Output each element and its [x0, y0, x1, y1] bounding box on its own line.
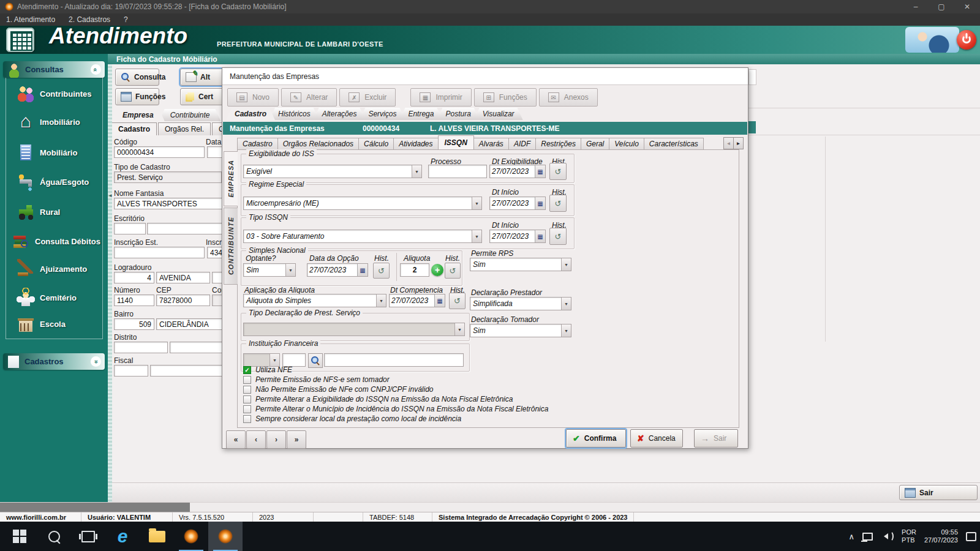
logradouro-cod-field[interactable]: 4: [114, 272, 154, 283]
sidebar-item-imobiliario[interactable]: ⌂Imobiliário: [16, 111, 80, 132]
sidebar-item-contribuintes[interactable]: Contribuintes: [16, 83, 92, 104]
distrito-cod-field[interactable]: [114, 342, 168, 353]
checkbox[interactable]: [243, 405, 251, 413]
sidebar-group-cadastros[interactable]: Cadastros «: [3, 353, 105, 370]
checkbox[interactable]: ✓: [243, 366, 251, 374]
checkbox[interactable]: [243, 386, 251, 394]
tab-scroll-left[interactable]: ◄: [723, 137, 734, 149]
permite-rps-select[interactable]: Sim▼: [470, 258, 571, 271]
checkbox[interactable]: [243, 395, 251, 403]
last-record-button[interactable]: »: [287, 430, 306, 449]
side-tab-contribuinte[interactable]: CONTRIBUINTE: [224, 208, 238, 285]
itab-cadastro[interactable]: Cadastro: [237, 138, 278, 149]
subtab-orgaos-rel[interactable]: Orgãos Rel.: [158, 122, 211, 135]
numero-field[interactable]: 1140: [114, 294, 154, 306]
aplicacao-aliquota-select[interactable]: Aliquota do Simples▼: [243, 294, 386, 307]
sair-button[interactable]: →Sair: [694, 429, 738, 448]
chevron-down-icon[interactable]: ▼: [561, 324, 571, 337]
chevron-down-icon[interactable]: ▼: [285, 264, 295, 276]
sidebar-item-mobiliario[interactable]: Mobiliário: [16, 142, 77, 163]
fiscal-cod-field[interactable]: [114, 365, 148, 377]
file-explorer-button[interactable]: [140, 522, 174, 551]
aliquota-field[interactable]: 2: [400, 263, 429, 277]
cancela-button[interactable]: ✘Cancela: [630, 429, 683, 448]
instituicao-codigo-field[interactable]: [282, 353, 306, 367]
sidebar-group-consultas[interactable]: Consultas «: [3, 61, 105, 78]
tipo-declaracao-select[interactable]: ▼: [243, 323, 465, 336]
internet-explorer-button[interactable]: e: [105, 522, 140, 551]
declaracao-tomador-select[interactable]: Sim▼: [470, 324, 571, 337]
dialog-title-bar[interactable]: Manutenção das Empresas: [222, 68, 748, 85]
funcoes-button[interactable]: Funções: [115, 88, 159, 105]
escritorio-cod-field[interactable]: [114, 223, 146, 234]
history-button[interactable]: ↺: [549, 195, 567, 212]
inscricao-est-field[interactable]: [114, 247, 205, 258]
action-center-icon[interactable]: [966, 532, 976, 541]
chevron-down-icon[interactable]: ▼: [472, 197, 481, 209]
logradouro-field[interactable]: AVENIDA: [156, 272, 210, 283]
instituicao-tipo-select[interactable]: ▼: [243, 353, 280, 367]
calendar-icon[interactable]: ▦: [535, 197, 545, 209]
history-button[interactable]: ↺: [445, 263, 461, 279]
splitter-handle[interactable]: ◄: [108, 64, 112, 502]
history-button[interactable]: ↺: [549, 163, 567, 180]
tab-postura[interactable]: Postura: [437, 108, 479, 120]
power-button[interactable]: [957, 30, 976, 50]
bairro-cod-field[interactable]: 509: [114, 318, 154, 330]
tab-cadastro[interactable]: Cadastro: [226, 108, 275, 120]
menu-atendimento[interactable]: 1. Atendimento: [6, 15, 55, 24]
imprimir-button[interactable]: ▦Imprimir: [410, 88, 471, 107]
checkbox-local-prestacao[interactable]: Sempre considerar local da prestação com…: [243, 414, 461, 423]
sair-button[interactable]: Sair: [899, 485, 978, 500]
chevron-down-icon[interactable]: ▼: [472, 230, 481, 242]
itab-issqn[interactable]: ISSQN: [438, 135, 474, 149]
history-button[interactable]: ↺: [373, 263, 390, 279]
checkbox[interactable]: [243, 415, 251, 423]
sidebar-item-cemiterio[interactable]: Cemitério: [16, 287, 77, 308]
consulta-button[interactable]: Consulta: [115, 69, 159, 86]
tab-contribuinte[interactable]: Contribuinte: [159, 109, 221, 121]
chevron-down-icon[interactable]: ▼: [561, 298, 571, 310]
side-tab-empresa[interactable]: EMPRESA: [224, 151, 238, 206]
maximize-icon[interactable]: ▢: [929, 0, 954, 13]
chevron-down-icon[interactable]: ▼: [412, 165, 421, 178]
regime-select[interactable]: Microempresário (ME)▼: [243, 197, 482, 210]
chevron-down-icon[interactable]: ▼: [561, 258, 571, 271]
checkbox[interactable]: [243, 376, 251, 384]
language-indicator[interactable]: PORPTB: [902, 528, 916, 544]
fiorilli-app-button-2[interactable]: [208, 522, 243, 551]
fiorilli-app-button-1[interactable]: [174, 522, 208, 551]
chevron-down-icon[interactable]: ▼: [376, 294, 386, 307]
calendar-icon[interactable]: ▦: [434, 294, 445, 307]
itab-veiculo[interactable]: Veículo: [609, 138, 644, 149]
collapse-arrow-icon[interactable]: ◄: [108, 193, 113, 198]
first-record-button[interactable]: «: [226, 430, 246, 449]
optante-select[interactable]: Sim▼: [243, 263, 296, 277]
itab-geral[interactable]: Geral: [581, 138, 609, 149]
chevron-down-icon[interactable]: «: [91, 356, 101, 367]
tab-historicos[interactable]: Históricos: [270, 108, 319, 120]
calendar-icon[interactable]: ▦: [535, 165, 545, 178]
tab-servicos[interactable]: Serviços: [360, 108, 405, 120]
tab-alteracoes[interactable]: Alterações: [314, 108, 366, 120]
menu-help[interactable]: ?: [124, 15, 128, 24]
funcoes-button[interactable]: ⊞Funções: [474, 88, 537, 107]
declaracao-prestador-select[interactable]: Simplificada▼: [470, 297, 571, 310]
excluir-button[interactable]: ✗Excluir: [339, 88, 396, 107]
confirma-button[interactable]: ✔Confirma: [566, 429, 626, 448]
itab-aidf[interactable]: AIDF: [508, 138, 536, 149]
menu-cadastros[interactable]: 2. Cadastros: [69, 15, 110, 24]
volume-icon[interactable]: [881, 531, 894, 542]
sidebar-item-escola[interactable]: Escola: [16, 313, 66, 334]
itab-orgaos-relacionados[interactable]: Orgãos Relacionados: [277, 138, 359, 149]
start-button[interactable]: [2, 522, 37, 551]
minimize-icon[interactable]: –: [903, 0, 929, 13]
data-opcao-field[interactable]: 27/07/2023▦: [307, 263, 368, 277]
processo-field[interactable]: [428, 165, 487, 178]
task-view-button[interactable]: [71, 522, 105, 551]
dt-inicio-field[interactable]: 27/07/2023▦: [489, 230, 546, 243]
calendar-icon[interactable]: ▦: [357, 264, 368, 276]
tab-empresa[interactable]: Empresa: [111, 108, 165, 121]
novo-button[interactable]: ▤Novo: [227, 88, 279, 107]
taskbar-search-button[interactable]: [37, 522, 71, 551]
